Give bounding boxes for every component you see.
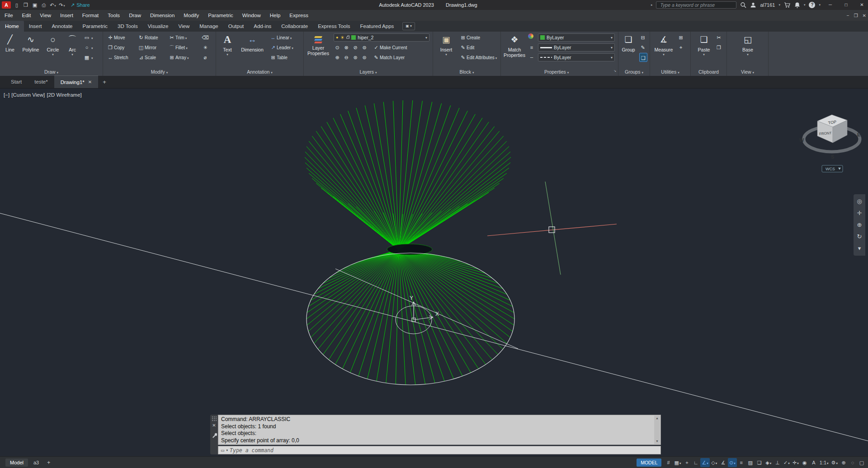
modify-panel-expand-icon[interactable]: ▾ [166,71,168,74]
menu-file[interactable]: File [0,10,18,21]
file-tab-drawing1[interactable]: Drawing1*✕ [54,75,98,88]
command-recent-chevron-icon[interactable]: ▾ [226,449,228,452]
block-panel-label[interactable]: Block▾ [433,69,500,75]
doc-minimize-icon[interactable]: − [847,13,849,18]
viewcube[interactable]: W E S TOP FRONT WCS [799,115,860,172]
navbar-more-icon[interactable]: ▾ [854,243,865,254]
tab-annotate[interactable]: Annotate [47,21,77,32]
layout-tab-a3[interactable]: a3 [30,459,42,467]
scroll-down-icon[interactable]: ▼ [654,439,660,444]
search-input[interactable]: Type a keyword or phrase [656,1,736,9]
group-edit-button[interactable]: ✎ [639,43,646,52]
cut-button[interactable]: ✂ [715,33,722,42]
layer-tool-4[interactable]: ⊜ [361,43,368,52]
annotation-monitor-icon[interactable]: ⊕ [839,458,848,467]
ortho-mode-icon[interactable]: ∟ [691,458,700,467]
drawing-area[interactable]: [−] [Custom View] [2D Wireframe] [0,89,868,456]
add-layout-button[interactable]: + [44,458,53,467]
object-snap-tracking-icon[interactable]: ∡ [719,458,728,467]
dimension-button[interactable]: ↔ Dimension [238,33,267,52]
save-icon[interactable]: ▣ [30,0,39,9]
arc-button[interactable]: ⌒ Arc ▾ [64,33,80,56]
viewport-view-control[interactable]: [Custom View] [11,92,45,98]
base-view-flyout-icon[interactable]: ▾ [738,52,758,56]
groups-panel-expand-icon[interactable]: ▾ [642,71,643,74]
insert-flyout-icon[interactable]: ▾ [436,52,457,56]
pan-icon[interactable]: ✛ [854,207,865,219]
quick-calc-button[interactable]: ⊞ [677,33,684,42]
file-tab-start[interactable]: Start [5,75,28,88]
ellipse-flyout-icon[interactable]: ▾ [91,47,93,50]
user-menu-chevron-icon[interactable]: ▾ [778,3,780,7]
object-color-select[interactable]: ByLayer ▾ [538,33,615,42]
command-scrollbar[interactable]: ▲ ▼ [654,416,660,444]
menu-view[interactable]: View [35,10,56,21]
doc-restore-icon[interactable]: ❐ [854,13,858,18]
open-file-icon[interactable]: ❒ [21,0,30,9]
ribbon-display-toggle[interactable]: ▣ ▾ [402,22,415,30]
menu-window[interactable]: Window [238,10,265,21]
layer-tool-8[interactable]: ⊚ [361,53,368,62]
menu-format[interactable]: Format [78,10,103,21]
viewcube-east-label[interactable]: E [857,132,860,137]
selection-cycling-icon[interactable]: ❏ [755,458,764,467]
layers-panel-label[interactable]: Layers▾ [304,69,433,75]
scroll-up-icon[interactable]: ▲ [654,416,660,421]
notifications-icon[interactable] [794,2,800,8]
new-file-icon[interactable]: ▯ [12,0,21,9]
layers-panel-expand-icon[interactable]: ▾ [375,71,377,74]
make-current-button[interactable]: ✓Make Current [373,43,407,52]
menu-dimension[interactable]: Dimension [146,10,179,21]
arc-flyout-icon[interactable]: ▾ [64,52,80,56]
command-customize-icon[interactable] [212,433,217,438]
plot-icon[interactable]: ⎙ [39,0,48,9]
properties-dialog-launcher-icon[interactable]: ↘ [613,69,616,73]
annotation-visibility-icon[interactable]: ◉ [800,458,809,467]
isolate-objects-icon[interactable]: ◌ [848,458,857,467]
array-flyout-icon[interactable]: ▾ [187,56,189,60]
menu-express[interactable]: Express [285,10,313,21]
view-panel-label[interactable]: View▾ [727,69,768,75]
mirror-button[interactable]: ◫Mirror [137,43,156,52]
layer-thaw-icon[interactable]: ☀ [340,35,344,41]
paste-flyout-icon[interactable]: ▾ [694,52,713,56]
move-button[interactable]: ✛Move [107,33,125,42]
layer-tool-1[interactable]: ⊙ [334,43,341,52]
tab-3d-tools[interactable]: 3D Tools [113,21,143,32]
notifications-chevron-icon[interactable]: ▾ [804,3,806,7]
command-history[interactable]: Command: ARRAYCLASSIC Select objects: 1 … [218,415,661,445]
array-button[interactable]: ⊞Array▾ [168,53,189,62]
model-layout-tab[interactable]: Model [5,459,28,467]
block-panel-expand-icon[interactable]: ▾ [472,71,474,74]
tab-add-ins[interactable]: Add-ins [249,21,276,32]
minimize-button[interactable]: ─ [824,0,836,10]
copy-button[interactable]: ❐Copy [107,43,124,52]
model-space-toggle[interactable]: MODEL [637,459,661,467]
leader-flyout-icon[interactable]: ▾ [292,47,293,50]
help-chevron-icon[interactable]: ▾ [819,3,821,7]
close-button[interactable]: ✕ [856,0,868,10]
doc-close-icon[interactable]: ✕ [863,13,866,18]
command-window-grip[interactable]: ✕ [210,415,218,454]
command-window[interactable]: ✕ Command: ARRAYCLASSIC Select objects: … [210,415,661,454]
command-close-icon[interactable]: ✕ [210,423,218,428]
tab-output[interactable]: Output [223,21,249,32]
paste-button[interactable]: ❏ Paste ▾ [694,33,713,56]
object-color-tool[interactable] [528,33,533,42]
new-drawing-button[interactable]: + [103,76,106,88]
draw-panel-label[interactable]: Draw▾ [0,69,103,75]
rectangle-button[interactable]: ▭▾ [83,33,93,42]
polar-tracking-icon[interactable]: ∠▾ [700,458,709,467]
linear-flyout-icon[interactable]: ▾ [290,37,292,40]
isometric-drafting-icon[interactable]: ◇▾ [710,458,719,467]
table-button[interactable]: ⊞Table [269,53,288,62]
dynamic-ucs-icon[interactable]: ⊥ [773,458,782,467]
object-color-chevron-icon[interactable]: ▾ [611,36,613,40]
draw-panel-expand-icon[interactable]: ▾ [57,71,59,74]
properties-panel-expand-icon[interactable]: ▾ [567,71,569,74]
layer-select-chevron-icon[interactable]: ▾ [425,36,427,40]
linetype-tool[interactable]: ┄ [528,53,535,62]
menu-modify[interactable]: Modify [179,10,203,21]
modify-panel-label[interactable]: Modify▾ [103,69,216,75]
tab-manage[interactable]: Manage [194,21,223,32]
